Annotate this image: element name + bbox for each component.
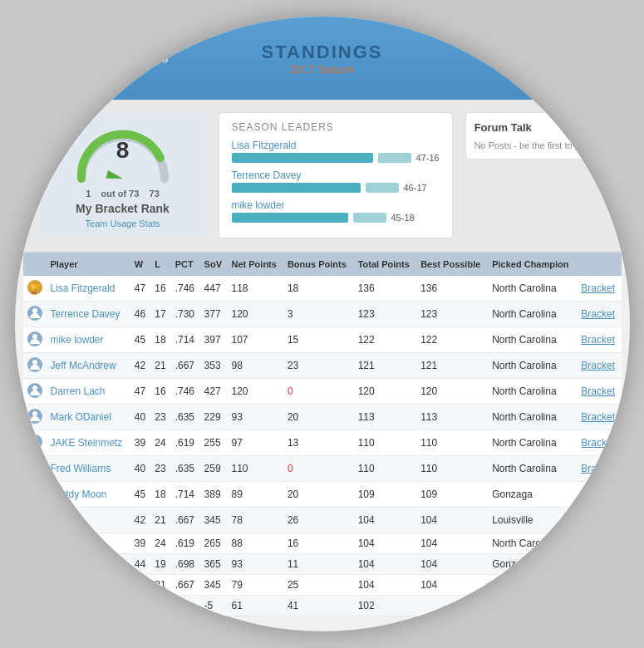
bracket-cell[interactable]: Bracket — [577, 456, 621, 482]
col-sov-value: 427 — [200, 379, 228, 405]
bracket-link[interactable]: Bracket — [581, 437, 615, 449]
col-pct-value: .635 — [171, 405, 200, 430]
best-points-cell: 136 — [416, 276, 488, 302]
col-l-value: 23 — [150, 456, 170, 482]
bracket-link[interactable]: Bracket — [581, 558, 615, 570]
bracket-link[interactable]: Bracket — [581, 411, 615, 423]
madness-link[interactable]: Madness — [115, 51, 169, 66]
col-l-value: 23 — [150, 405, 170, 430]
best-points-cell: 122 — [416, 327, 488, 353]
champion-cell: North Carolina — [488, 533, 577, 554]
player-name-cell[interactable]: mike lowder — [47, 327, 130, 353]
total-points-cell: 122 — [354, 327, 417, 353]
bracket-cell[interactable]: Bracket — [577, 379, 621, 405]
bonus-points-cell: 11 — [283, 554, 354, 575]
standings-title: STANDINGS 2017 Season — [262, 42, 383, 76]
champion-cell: North Carolina — [488, 276, 577, 302]
bracket-cell[interactable]: Bracket — [577, 405, 621, 430]
player-name-cell[interactable]: Chick — [47, 508, 130, 533]
table-row: Fred Williams4023.6352591100110110North … — [23, 456, 622, 482]
bracket-link[interactable]: Bracket — [581, 488, 615, 500]
leader-bar-container-1: 47-16 — [232, 153, 440, 163]
avatar-cell — [23, 430, 47, 456]
bracket-link[interactable]: Bracket — [581, 385, 615, 397]
avatar-cell — [23, 508, 47, 533]
player-name-cell[interactable]: Daddy Moon — [47, 482, 130, 508]
leader-bar-container-3: 45-18 — [232, 213, 440, 223]
player-name-cell[interactable]: Lisa Fitzgerald — [47, 276, 130, 302]
rank-min: 1 — [86, 189, 91, 199]
player-name-cell[interactable] — [47, 596, 130, 616]
bracket-cell[interactable]: Bracket — [577, 430, 621, 456]
bonus-points-cell: 0 — [283, 456, 354, 482]
col-sov-value: 265 — [200, 533, 228, 554]
bracket-link[interactable]: Bracket — [581, 360, 615, 371]
net-points-cell: 79 — [227, 575, 283, 596]
col-pct-value: .635 — [171, 456, 200, 482]
col-pct-value: .714 — [171, 327, 200, 353]
bracket-link[interactable]: Bracket — [581, 334, 615, 346]
avatar — [27, 434, 42, 449]
champion-cell: North Carolina — [488, 327, 577, 353]
player-name-cell[interactable]: Terrence Davey — [47, 302, 130, 327]
bracket-cell[interactable]: Bracket — [577, 327, 621, 353]
bonus-points-cell: 13 — [283, 430, 354, 456]
player-name-cell[interactable]: Darren Lach — [47, 379, 130, 405]
player-name-cell[interactable]: Mark ODaniel — [47, 405, 130, 430]
table-row: Mark ODaniel4023.6352299320113113North C… — [23, 405, 622, 430]
col-l-value: 24 — [150, 430, 170, 456]
col-sov-value: 229 — [200, 405, 228, 430]
bracket-cell[interactable]: Bracket — [577, 533, 621, 554]
bracket-cell[interactable]: Bracket — [577, 276, 621, 302]
total-points-cell: 123 — [354, 302, 417, 327]
player-name-cell[interactable] — [47, 554, 130, 575]
top-bar: Madness STANDINGS 2017 Season — [15, 17, 630, 100]
champion-cell: Gonzaga — [488, 554, 577, 575]
bracket-cell[interactable]: Bracket — [577, 554, 621, 575]
svg-point-7 — [32, 437, 37, 442]
player-name-cell[interactable]: Fred Williams — [47, 456, 130, 482]
bracket-link[interactable]: Bracket — [581, 463, 615, 474]
forum-post-link[interactable]: post — [575, 140, 592, 150]
content-area: 8 1 out of 73 73 My Bracket Rank Team Us… — [15, 100, 630, 251]
team-usage-link[interactable]: Team Usage Stats — [48, 218, 198, 228]
bracket-cell[interactable]: Bracket — [577, 575, 621, 596]
leader-name-1[interactable]: Lisa Fitzgerald — [232, 140, 440, 151]
standings-table: Player W L PCT SoV Net Points Bonus Poin… — [23, 253, 622, 616]
bracket-cell[interactable]: Bracket — [577, 508, 621, 533]
leader-bar-1b — [378, 153, 411, 163]
best-points-cell: 104 — [416, 508, 488, 533]
col-sov-value: 345 — [200, 575, 228, 596]
player-name-cell[interactable] — [47, 533, 130, 554]
bracket-link[interactable]: Bracket — [581, 579, 615, 591]
total-points-cell: 120 — [354, 379, 417, 405]
bracket-link[interactable]: Bracket — [581, 514, 615, 526]
net-points-cell: 120 — [227, 379, 283, 405]
col-sov-value: 389 — [200, 482, 228, 508]
bracket-cell[interactable]: Bracket — [577, 482, 621, 508]
player-name-cell[interactable]: Jeff McAndrew — [47, 353, 130, 379]
col-pct-value: .746 — [171, 276, 200, 302]
bracket-cell[interactable]: Bracket — [577, 302, 621, 327]
gauge-container: 8 — [48, 120, 198, 187]
leader-row-3: mike lowder 45-18 — [232, 199, 440, 223]
col-pct-value: .667 — [171, 575, 200, 596]
bracket-link[interactable]: Bracket — [581, 282, 615, 294]
rank-number: 8 — [116, 137, 130, 164]
bracket-link[interactable]: Bracket — [581, 308, 615, 320]
avatar-cell: 🏆 — [23, 276, 47, 302]
svg-point-3 — [32, 334, 37, 339]
player-name-cell[interactable] — [47, 575, 130, 596]
net-points-cell: 120 — [227, 302, 283, 327]
leader-score-3: 45-18 — [391, 213, 415, 223]
leader-name-2[interactable]: Terrence Davey — [232, 169, 440, 181]
bracket-rank-widget: 8 1 out of 73 73 My Bracket Rank Team Us… — [40, 112, 206, 237]
bracket-cell[interactable]: Bracket — [577, 353, 621, 379]
player-name-cell[interactable]: JAKE Steinmetz — [47, 430, 130, 456]
leader-name-3[interactable]: mike lowder — [232, 199, 440, 211]
net-points-cell: 93 — [227, 554, 283, 575]
bracket-link[interactable]: Bracket — [581, 538, 615, 549]
best-points-cell: 121 — [416, 353, 488, 379]
avatar: 🏆 — [27, 280, 42, 295]
avatar-cell — [23, 482, 47, 508]
